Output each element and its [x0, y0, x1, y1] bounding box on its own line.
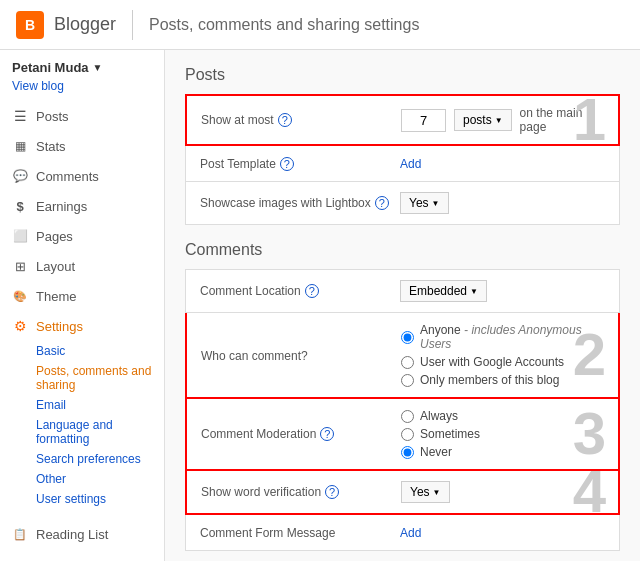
radio-members[interactable]: Only members of this blog	[401, 373, 604, 387]
header: B Blogger Posts, comments and sharing se…	[0, 0, 640, 50]
comment-location-label-area: Comment Location ?	[200, 284, 400, 298]
word-verify-label: Show word verification	[201, 485, 321, 499]
post-template-label: Post Template	[200, 157, 276, 171]
post-template-add-link[interactable]: Add	[400, 157, 421, 171]
sidebar-item-label: Earnings	[36, 199, 87, 214]
sidebar-item-earnings[interactable]: Earnings	[0, 191, 164, 221]
showcase-chevron-icon: ▼	[432, 199, 440, 208]
comment-location-help-icon[interactable]: ?	[305, 284, 319, 298]
comment-location-label: Comment Location	[200, 284, 301, 298]
radio-never-input[interactable]	[401, 446, 414, 459]
showcase-value-label: Yes	[409, 196, 429, 210]
view-blog-link[interactable]: View blog	[0, 79, 164, 101]
showcase-value-select[interactable]: Yes ▼	[400, 192, 449, 214]
sidebar-item-label: Stats	[36, 139, 66, 154]
sidebar-sub-email[interactable]: Email	[0, 395, 164, 415]
comment-form-message-row: Comment Form Message Add	[185, 515, 620, 551]
sidebar-item-reading-list[interactable]: Reading List	[0, 519, 164, 549]
word-verify-control: Yes ▼	[401, 481, 604, 503]
sidebar-item-pages[interactable]: Pages	[0, 221, 164, 251]
moderation-label: Comment Moderation	[201, 427, 316, 441]
moderation-help-icon[interactable]: ?	[320, 427, 334, 441]
who-comment-options: Anyone - includes Anonymous Users User w…	[401, 323, 604, 387]
radio-anyone-label: Anyone - includes Anonymous Users	[420, 323, 604, 351]
theme-icon	[12, 288, 28, 304]
show-at-most-label: Show at most	[201, 113, 274, 127]
chevron-down-icon: ▼	[495, 116, 503, 125]
showcase-row: Showcase images with Lightbox ? Yes ▼	[185, 182, 620, 225]
comments-icon	[12, 168, 28, 184]
sidebar-sub-language[interactable]: Language and formatting	[0, 415, 164, 449]
comment-location-value: Embedded	[409, 284, 467, 298]
stats-icon	[12, 138, 28, 154]
body-layout: Petani Muda ▼ View blog Posts Stats Comm…	[0, 50, 640, 561]
word-verify-help-icon[interactable]: ?	[325, 485, 339, 499]
comment-moderation-row: Comment Moderation ? Always Sometimes Ne…	[185, 399, 620, 471]
posts-unit-select[interactable]: posts ▼	[454, 109, 512, 131]
sidebar-item-label: Settings	[36, 319, 83, 334]
sidebar-item-label: Reading List	[36, 527, 108, 542]
moderation-label-area: Comment Moderation ?	[201, 427, 401, 441]
form-message-add-link[interactable]: Add	[400, 526, 421, 540]
showcase-label-area: Showcase images with Lightbox ?	[200, 196, 400, 210]
who-comment-label: Who can comment?	[201, 349, 308, 363]
sidebar-item-layout[interactable]: Layout	[0, 251, 164, 281]
sidebar-sub-posts-comments[interactable]: Posts, comments and sharing	[0, 361, 164, 395]
word-verify-value: Yes	[410, 485, 430, 499]
blog-name: Petani Muda ▼	[0, 50, 164, 79]
sidebar-item-label: Comments	[36, 169, 99, 184]
sidebar-item-posts[interactable]: Posts	[0, 101, 164, 131]
header-divider	[132, 10, 133, 40]
content-inner: Posts Show at most ? posts ▼ on the main…	[165, 50, 640, 561]
form-message-label: Comment Form Message	[200, 526, 335, 540]
sidebar-sub-user-settings[interactable]: User settings	[0, 489, 164, 509]
sidebar-item-comments[interactable]: Comments	[0, 161, 164, 191]
layout-icon	[12, 258, 28, 274]
page-title: Posts, comments and sharing settings	[149, 16, 419, 34]
radio-always-input[interactable]	[401, 410, 414, 423]
radio-google[interactable]: User with Google Accounts	[401, 355, 604, 369]
comment-location-select[interactable]: Embedded ▼	[400, 280, 487, 302]
word-verify-select[interactable]: Yes ▼	[401, 481, 450, 503]
showcase-label: Showcase images with Lightbox	[200, 196, 371, 210]
word-verify-label-area: Show word verification ?	[201, 485, 401, 499]
showcase-help-icon[interactable]: ?	[375, 196, 389, 210]
show-at-most-row: Show at most ? posts ▼ on the main page …	[185, 94, 620, 146]
form-message-label-area: Comment Form Message	[200, 525, 400, 540]
dropdown-icon[interactable]: ▼	[93, 62, 103, 73]
moderation-options: Always Sometimes Never	[401, 409, 604, 459]
sidebar-item-settings[interactable]: Settings	[0, 311, 164, 341]
posts-icon	[12, 108, 28, 124]
post-template-label-area: Post Template ?	[200, 157, 400, 171]
pages-icon	[12, 228, 28, 244]
blogger-logo: B	[16, 11, 44, 39]
showcase-control: Yes ▼	[400, 192, 605, 214]
word-verify-chevron-icon: ▼	[433, 488, 441, 497]
radio-always-label: Always	[420, 409, 458, 423]
post-template-help-icon[interactable]: ?	[280, 157, 294, 171]
comment-location-row: Comment Location ? Embedded ▼	[185, 269, 620, 313]
sidebar-sub-other[interactable]: Other	[0, 469, 164, 489]
sidebar-sub-search[interactable]: Search preferences	[0, 449, 164, 469]
posts-section-title: Posts	[185, 66, 620, 84]
sidebar-item-stats[interactable]: Stats	[0, 131, 164, 161]
radio-sometimes-input[interactable]	[401, 428, 414, 441]
form-message-control: Add	[400, 525, 605, 540]
sidebar-sub-basic[interactable]: Basic	[0, 341, 164, 361]
who-can-comment-row: Who can comment? Anyone - includes Anony…	[185, 313, 620, 399]
sidebar-item-label: Theme	[36, 289, 76, 304]
sidebar-item-theme[interactable]: Theme	[0, 281, 164, 311]
location-chevron-icon: ▼	[470, 287, 478, 296]
radio-never-label: Never	[420, 445, 452, 459]
radio-sometimes[interactable]: Sometimes	[401, 427, 604, 441]
show-at-most-help-icon[interactable]: ?	[278, 113, 292, 127]
radio-members-input[interactable]	[401, 374, 414, 387]
radio-google-label: User with Google Accounts	[420, 355, 564, 369]
radio-anyone-input[interactable]	[401, 331, 414, 344]
posts-count-input[interactable]	[401, 109, 446, 132]
radio-always[interactable]: Always	[401, 409, 604, 423]
radio-google-input[interactable]	[401, 356, 414, 369]
radio-never[interactable]: Never	[401, 445, 604, 459]
sidebar-item-label: Pages	[36, 229, 73, 244]
radio-anyone[interactable]: Anyone - includes Anonymous Users	[401, 323, 604, 351]
